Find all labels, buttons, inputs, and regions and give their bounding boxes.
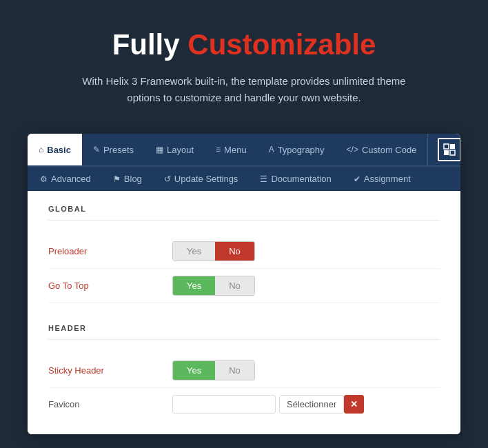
sticky-header-label: Sticky Header (48, 365, 172, 376)
tab-blog-label: Blog (124, 174, 142, 184)
tab-basic-label: Basic (47, 145, 71, 155)
tab-layout[interactable]: ▦ Layout (145, 134, 205, 165)
hero-subtitle: With Helix 3 Framework built-in, the tem… (55, 73, 433, 106)
tab-custom-code[interactable]: </> Custom Code (336, 134, 428, 165)
tab-custom-code-label: Custom Code (362, 145, 416, 155)
tab-assignment-label: Assignment (364, 174, 411, 184)
layout-icon: ▦ (156, 145, 163, 154)
svg-rect-2 (444, 150, 449, 155)
tab-basic[interactable]: ⌂ Basic (28, 134, 82, 165)
hero-title-white: Fully (112, 28, 180, 61)
tab-presets[interactable]: ✎ Presets (82, 134, 145, 165)
go-to-top-row: Go To Top Yes No (48, 269, 440, 303)
helix-logo-container: HELIX3 FRAMEWORK (438, 138, 460, 161)
pencil-icon: ✎ (93, 145, 100, 154)
favicon-row: Favicon Sélectionner ✕ (48, 388, 440, 420)
preloader-toggle: Yes No (172, 241, 255, 261)
panel-content: GLOBAL Preloader Yes No Go To Top Yes No… (28, 191, 460, 434)
tab-menu-label: Menu (224, 145, 247, 155)
tab-presets-label: Presets (103, 145, 134, 155)
tab-advanced[interactable]: ⚙ Advanced (29, 167, 102, 191)
go-to-top-label: Go To Top (48, 281, 172, 291)
preloader-label: Preloader (48, 246, 172, 256)
preloader-yes-button[interactable]: Yes (173, 242, 215, 261)
tab-assignment[interactable]: ✔ Assignment (343, 167, 422, 191)
check-icon: ✔ (354, 174, 360, 184)
tab-typography[interactable]: A Typography (258, 134, 336, 165)
favicon-clear-button[interactable]: ✕ (344, 395, 364, 414)
tab-blog[interactable]: ⚑ Blog (102, 167, 153, 191)
tab-update-settings[interactable]: ↺ Update Settings (153, 167, 250, 191)
tab-update-settings-label: Update Settings (174, 174, 238, 184)
favicon-select-button[interactable]: Sélectionner (279, 395, 344, 414)
favicon-input[interactable] (172, 395, 276, 414)
sticky-header-row: Sticky Header Yes No (48, 354, 440, 388)
flag-icon: ⚑ (113, 174, 121, 184)
tab-advanced-label: Advanced (51, 174, 91, 184)
close-icon: ✕ (350, 399, 358, 409)
settings-panel: ⌂ Basic ✎ Presets ▦ Layout ≡ Menu A Typo… (28, 134, 460, 434)
helix-logo-svg (443, 143, 456, 156)
hero-title-red: Customizable (187, 28, 376, 61)
header-section-title: HEADER (48, 324, 440, 340)
panel-nav: ⌂ Basic ✎ Presets ▦ Layout ≡ Menu A Typo… (28, 134, 460, 191)
hero-title: Fully Customizable (55, 28, 433, 62)
preloader-row: Preloader Yes No (48, 234, 440, 269)
home-icon: ⌂ (39, 145, 43, 154)
sticky-header-yes-button[interactable]: Yes (173, 361, 215, 380)
font-icon: A (269, 145, 274, 154)
code-icon: </> (347, 145, 358, 154)
go-to-top-toggle: Yes No (172, 276, 255, 296)
sticky-header-no-button[interactable]: No (215, 361, 254, 380)
hero-section: Fully Customizable With Helix 3 Framewor… (0, 0, 488, 127)
gear-icon: ⚙ (40, 174, 48, 184)
favicon-label: Favicon (48, 399, 172, 409)
doc-icon: ☰ (260, 174, 267, 184)
preloader-no-button[interactable]: No (215, 242, 254, 261)
svg-rect-1 (450, 144, 455, 149)
sticky-header-toggle: Yes No (172, 360, 255, 380)
go-to-top-no-button[interactable]: No (215, 276, 254, 295)
helix-logo: HELIX3 FRAMEWORK (427, 134, 460, 165)
go-to-top-yes-button[interactable]: Yes (173, 276, 215, 295)
tab-documentation-label: Documentation (271, 174, 331, 184)
global-section-title: GLOBAL (48, 205, 440, 221)
menu-icon: ≡ (216, 145, 221, 154)
svg-rect-3 (450, 150, 455, 155)
refresh-icon: ↺ (164, 174, 171, 184)
header-section: HEADER Sticky Header Yes No Favicon Séle… (48, 324, 440, 420)
favicon-select-label: Sélectionner (287, 399, 336, 409)
svg-rect-0 (444, 144, 449, 149)
tab-layout-label: Layout (167, 145, 194, 155)
nav-top-row: ⌂ Basic ✎ Presets ▦ Layout ≡ Menu A Typo… (28, 134, 460, 166)
tab-typography-label: Typography (278, 145, 325, 155)
nav-bottom-row: ⚙ Advanced ⚑ Blog ↺ Update Settings ☰ Do… (28, 166, 460, 191)
tab-menu[interactable]: ≡ Menu (205, 134, 258, 165)
tab-documentation[interactable]: ☰ Documentation (249, 167, 342, 191)
helix-logo-box (438, 138, 460, 161)
